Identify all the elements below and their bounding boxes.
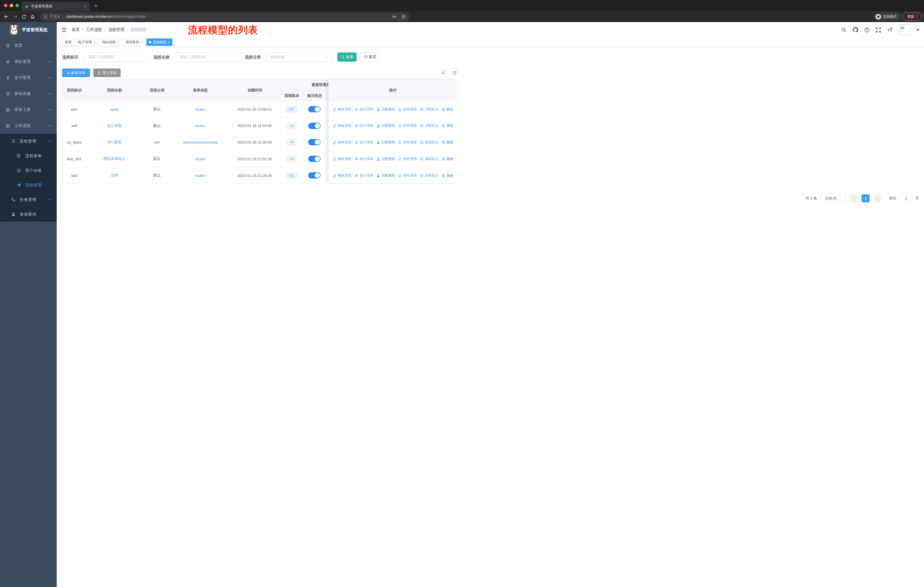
bookmark-star-icon[interactable] xyxy=(401,14,406,19)
breadcrumb-item[interactable]: 工作流程 xyxy=(86,27,102,32)
cell-form-link[interactable]: /bpm/oa/leave/create xyxy=(183,140,218,144)
breadcrumb-item[interactable]: 首页 xyxy=(72,27,80,32)
action-publish[interactable]: 发布流程 xyxy=(398,123,417,128)
cell-form-link[interactable]: biubiu xyxy=(195,157,205,161)
active-toggle[interactable] xyxy=(308,106,320,112)
cell-form-link[interactable]: biubiu xyxy=(195,124,205,128)
tag-item[interactable]: 首页 xyxy=(62,38,74,46)
reload-icon[interactable] xyxy=(21,14,26,19)
action-edit[interactable]: 修改流程 xyxy=(333,107,351,112)
macos-zoom-button[interactable] xyxy=(15,4,19,7)
category-select[interactable]: 流程分类 xyxy=(266,53,332,62)
sidebar-collapse-icon[interactable] xyxy=(61,27,67,33)
active-toggle[interactable] xyxy=(308,123,320,129)
sidebar-item[interactable]: 研发工具 xyxy=(0,102,57,118)
action-assign-user[interactable]: 分配规则 xyxy=(376,107,395,112)
active-toggle[interactable] xyxy=(308,139,320,146)
sidebar-item[interactable]: 流程管理 xyxy=(0,134,57,149)
back-icon[interactable] xyxy=(4,14,9,19)
breadcrumb-item[interactable]: 流程管理 xyxy=(108,27,124,32)
table-refresh-button[interactable] xyxy=(450,69,459,77)
action-edit[interactable]: 修改流程 xyxy=(333,173,351,178)
cell-name-link[interactable]: 自己审批 xyxy=(107,123,122,128)
cell-active xyxy=(303,151,326,167)
key-icon[interactable] xyxy=(392,14,397,19)
action-assign-user[interactable]: 分配规则 xyxy=(376,173,395,178)
sidebar-item[interactable]: 工作流程 xyxy=(0,118,57,134)
tag-active[interactable]: 流程模型× xyxy=(146,38,172,46)
version-badge: v4 xyxy=(287,155,296,162)
table-search-toggle-button[interactable] xyxy=(439,69,447,77)
sidebar-item[interactable]: 支付管理 xyxy=(0,69,57,86)
sidebar-item[interactable]: 流程表单 xyxy=(0,149,57,163)
sidebar-item[interactable]: 首页 xyxy=(0,38,57,54)
action-assign-user[interactable]: 分配规则 xyxy=(376,123,395,128)
reset-button[interactable]: 重置 xyxy=(360,53,380,62)
action-definition[interactable]: 流程定义 xyxy=(420,107,439,112)
sidebar-item[interactable]: 任务管理 xyxy=(0,192,57,207)
action-delete[interactable]: 删除 xyxy=(442,123,454,128)
browser-tab[interactable]: 芋道管理系统 xyxy=(21,2,90,11)
action-design[interactable]: 设计流程 xyxy=(355,173,373,178)
cell-name-link[interactable]: eeee xyxy=(110,107,119,111)
action-definition[interactable]: 流程定义 xyxy=(420,173,439,178)
search-button[interactable]: 搜索 xyxy=(337,53,356,62)
action-assign-user[interactable]: 分配规则 xyxy=(376,157,395,161)
cell-key: self xyxy=(63,118,86,134)
home-icon[interactable] xyxy=(30,14,35,19)
action-publish[interactable]: 发布流程 xyxy=(398,140,417,145)
action-delete[interactable]: 删除 xyxy=(442,157,454,161)
active-toggle[interactable] xyxy=(308,155,320,162)
definition-icon xyxy=(420,107,424,111)
tag-close-icon[interactable]: × xyxy=(117,40,119,44)
action-assign-user[interactable]: 分配规则 xyxy=(376,140,395,145)
cell-name-link[interactable]: 滔博 xyxy=(111,173,118,178)
action-delete[interactable]: 删除 xyxy=(442,107,454,112)
action-delete[interactable]: 删除 xyxy=(442,173,454,178)
action-definition[interactable]: 流程定义 xyxy=(420,140,439,145)
action-publish[interactable]: 发布流程 xyxy=(398,157,417,161)
sidebar-item[interactable]: 流程模型 xyxy=(0,178,57,192)
action-definition[interactable]: 流程定义 xyxy=(420,123,439,128)
action-design[interactable]: 设计流程 xyxy=(355,140,373,145)
cell-name-link[interactable]: 测试多审批人 xyxy=(103,156,125,161)
new-tab-icon[interactable] xyxy=(93,3,98,8)
publish-icon xyxy=(398,124,402,127)
action-edit[interactable]: 修改流程 xyxy=(333,157,351,161)
sidebar-item[interactable]: 系统管理 xyxy=(0,54,57,69)
sidebar-item[interactable]: 请假查询 xyxy=(0,207,57,222)
macos-close-button[interactable] xyxy=(4,4,7,7)
action-edit[interactable]: 修改流程 xyxy=(333,140,351,145)
tag-close-icon[interactable]: × xyxy=(93,40,95,44)
tag-item[interactable]: 我的流程× xyxy=(99,38,121,46)
action-design[interactable]: 设计流程 xyxy=(355,157,373,161)
sidebar-item[interactable]: 用户分组 xyxy=(0,163,57,178)
cell-name-link[interactable]: OA 请假 xyxy=(107,140,121,145)
sidebar-item[interactable]: 基础设施 xyxy=(0,86,57,102)
app-header: 首页/工作流程/流程管理/流程模型 流程模型的列表 xyxy=(57,22,462,38)
cell-key: test xyxy=(63,167,86,184)
action-delete[interactable]: 删除 xyxy=(442,140,454,145)
tag-close-icon[interactable]: × xyxy=(168,40,170,44)
active-toggle[interactable] xyxy=(308,172,320,179)
action-design[interactable]: 设计流程 xyxy=(355,123,373,128)
create-process-button[interactable]: 新建流程 xyxy=(62,68,90,77)
process-key-input[interactable]: 请输入流程标识 xyxy=(84,53,150,62)
cell-form-link[interactable]: biubiu xyxy=(195,174,205,178)
tag-item[interactable]: 租户管理× xyxy=(76,38,98,46)
action-edit[interactable]: 修改流程 xyxy=(333,123,351,128)
action-design[interactable]: 设计流程 xyxy=(355,107,373,112)
url-bar[interactable]: 不安全 dashboard.yudao.iocoder.cn /bpm/mana… xyxy=(40,13,409,21)
tag-close-icon[interactable]: × xyxy=(140,40,142,44)
cell-form-link[interactable]: biubiu xyxy=(195,107,205,111)
action-publish[interactable]: 发布流程 xyxy=(398,107,417,112)
action-definition[interactable]: 流程定义 xyxy=(420,157,439,161)
logo-row[interactable]: 芋道管理系统 xyxy=(0,22,57,38)
macos-minimize-button[interactable] xyxy=(10,4,13,7)
import-process-button[interactable]: 导入流程 xyxy=(93,68,120,77)
action-publish[interactable]: 发布流程 xyxy=(398,173,417,178)
process-name-input[interactable]: 请输入流程名称 xyxy=(176,53,242,62)
forward-icon[interactable] xyxy=(13,14,18,19)
tag-item[interactable]: 流程表单× xyxy=(123,38,145,46)
tab-close-icon[interactable] xyxy=(84,5,87,8)
